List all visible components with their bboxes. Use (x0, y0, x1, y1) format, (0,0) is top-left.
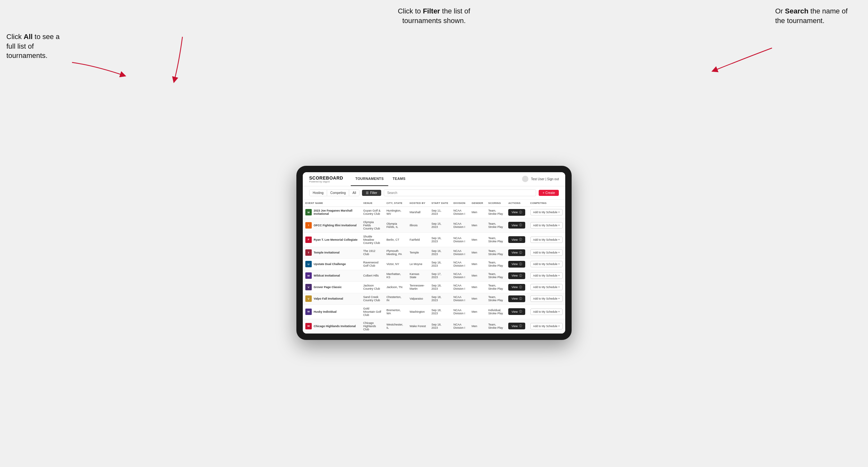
add-to-schedule-button[interactable]: Add to My Schedule + (530, 261, 563, 267)
hosting-filter-button[interactable]: Hosting (310, 190, 327, 196)
col-gender: GENDER (469, 200, 486, 207)
cell-city-state: Victor, NY (384, 258, 407, 270)
cell-hosted-by: Wake Forest (407, 319, 429, 333)
cell-city-state: Plymouth Meeting, PA (384, 247, 407, 258)
cell-venue: Olympia Fields Country Club (361, 218, 384, 232)
add-to-schedule-button[interactable]: Add to My Schedule + (530, 237, 563, 243)
cell-hosted-by: Temple (407, 247, 429, 258)
add-to-schedule-button[interactable]: Add to My Schedule + (530, 309, 563, 315)
view-button[interactable]: View ⓘ (508, 209, 525, 216)
eye-icon: ⓘ (519, 238, 522, 242)
cell-division: NCAA Division I (451, 304, 469, 319)
view-button[interactable]: View ⓘ (508, 261, 525, 268)
annotation-filter: Click to Filter the list of tournaments … (380, 6, 488, 25)
cell-competing: Add to My Schedule + (528, 258, 565, 270)
cell-division: NCAA Division I (451, 281, 469, 293)
arrow-filter (157, 35, 221, 86)
table-row: T Temple Invitational The 1912 Club Plym… (303, 247, 565, 258)
add-to-schedule-button[interactable]: Add to My Schedule + (530, 284, 563, 290)
event-name-text: Valpo Fall Invitational (314, 297, 343, 300)
cell-scoring: Team, Stroke Play (486, 319, 506, 333)
cell-start-date: Sep 18, 2023 (429, 319, 451, 333)
cell-city-state: Manhattan, KS (384, 270, 407, 281)
nav-tabs: TOURNAMENTS TEAMS (351, 172, 522, 186)
cell-division: NCAA Division I (451, 270, 469, 281)
cell-actions: View ⓘ (506, 304, 527, 319)
view-button[interactable]: View ⓘ (508, 295, 525, 302)
cell-city-state: Huntington, WV (384, 207, 407, 218)
add-to-schedule-button[interactable]: Add to My Schedule + (530, 295, 563, 302)
cell-event-name: W Chicago Highlands Invitational (303, 319, 361, 333)
all-filter-button[interactable]: All (349, 190, 359, 196)
view-button[interactable]: View ⓘ (508, 308, 525, 315)
search-input[interactable] (384, 189, 536, 196)
view-button[interactable]: View ⓘ (508, 272, 525, 279)
view-button[interactable]: View ⓘ (508, 236, 525, 243)
team-logo: V (305, 284, 312, 290)
eye-icon: ⓘ (519, 310, 522, 314)
eye-icon: ⓘ (519, 297, 522, 301)
cell-hosted-by: Illinois (407, 218, 429, 232)
event-name-text: Ryan T. Lee Memorial Collegiate (314, 238, 358, 241)
cell-hosted-by: Fairfield (407, 232, 429, 247)
view-button[interactable]: View ⓘ (508, 249, 525, 256)
cell-event-name: U Upstate Dual Challenge (303, 258, 361, 270)
user-text: Test User | Sign out (531, 177, 559, 181)
cell-start-date: Sep 16, 2023 (429, 232, 451, 247)
cell-actions: View ⓘ (506, 270, 527, 281)
col-venue: VENUE (361, 200, 384, 207)
cell-gender: Men (469, 319, 486, 333)
cell-gender: Men (469, 281, 486, 293)
event-name-text: OFCC Fighting Illini Invitational (314, 224, 356, 227)
col-competing: COMPETING (528, 200, 565, 207)
event-name-text: Grover Page Classic (314, 285, 342, 289)
event-name-text: Temple Invitational (314, 251, 340, 254)
tab-teams[interactable]: TEAMS (388, 172, 410, 186)
cell-start-date: Sep 15, 2023 (429, 218, 451, 232)
cell-scoring: Team, Stroke Play (486, 232, 506, 247)
cell-event-name: T Temple Invitational (303, 247, 361, 258)
cell-competing: Add to My Schedule + (528, 207, 565, 218)
cell-gender: Men (469, 232, 486, 247)
col-actions: ACTIONS (506, 200, 527, 207)
cell-competing: Add to My Schedule + (528, 218, 565, 232)
cell-scoring: Team, Stroke Play (486, 258, 506, 270)
competing-filter-button[interactable]: Competing (327, 190, 349, 196)
cell-scoring: Team, Stroke Play (486, 270, 506, 281)
view-button[interactable]: View ⓘ (508, 284, 525, 291)
cell-event-name: I OFCC Fighting Illini Invitational (303, 218, 361, 232)
cell-actions: View ⓘ (506, 247, 527, 258)
cell-venue: Ravenwood Golf Club (361, 258, 384, 270)
cell-city-state: Berlin, CT (384, 232, 407, 247)
table-row: W Wildcat Invitational Colbert Hills Man… (303, 270, 565, 281)
eye-icon: ⓘ (519, 223, 522, 227)
filter-icon: ☰ (366, 191, 369, 195)
logo-sub: Powered by clipp'd (309, 181, 343, 183)
tab-tournaments[interactable]: TOURNAMENTS (351, 172, 388, 186)
eye-icon: ⓘ (519, 274, 522, 278)
add-to-schedule-button[interactable]: Add to My Schedule + (530, 272, 563, 279)
add-to-schedule-button[interactable]: Add to My Schedule + (530, 209, 563, 215)
create-button[interactable]: + Create (539, 190, 559, 196)
event-name-text: Wildcat Invitational (314, 274, 340, 277)
add-to-schedule-button[interactable]: Add to My Schedule + (530, 222, 563, 228)
cell-venue: Sand Creek Country Club (361, 293, 384, 304)
table-row: W Chicago Highlands Invitational Chicago… (303, 319, 565, 333)
cell-gender: Men (469, 304, 486, 319)
view-button[interactable]: View ⓘ (508, 323, 525, 330)
cell-scoring: Team, Stroke Play (486, 218, 506, 232)
table-row: F Ryan T. Lee Memorial Collegiate Shuttl… (303, 232, 565, 247)
add-to-schedule-button[interactable]: Add to My Schedule + (530, 249, 563, 256)
cell-hosted-by: Kansas State (407, 270, 429, 281)
col-hosted-by: HOSTED BY (407, 200, 429, 207)
cell-scoring: Team, Stroke Play (486, 281, 506, 293)
filter-main-button[interactable]: ☰ Filter (362, 190, 381, 196)
add-to-schedule-button[interactable]: Add to My Schedule + (530, 323, 563, 330)
view-button[interactable]: View ⓘ (508, 222, 525, 228)
cell-competing: Add to My Schedule + (528, 247, 565, 258)
cell-venue: Gold Mountain Golf Club (361, 304, 384, 319)
event-name-text: 2023 Joe Feaganes Marshall Invitational (314, 209, 358, 215)
user-avatar (522, 176, 528, 182)
eye-icon: ⓘ (519, 210, 522, 214)
cell-gender: Men (469, 258, 486, 270)
